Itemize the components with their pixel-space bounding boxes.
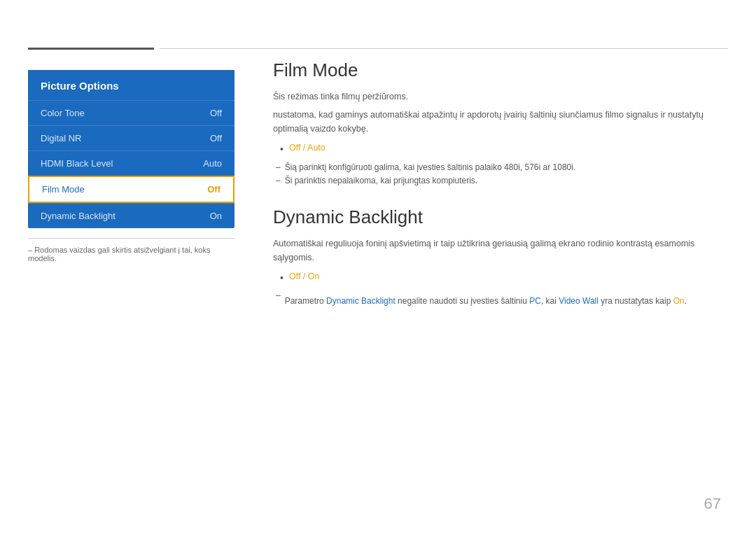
film-mode-bullet: • Off / Auto: [280, 143, 721, 157]
film-mode-note2-text: Ši parinktis nepalaikoma, kai prijungtas…: [285, 176, 477, 185]
sidebar-item-label: HDMI Black Level: [41, 158, 113, 169]
sidebar-title: Picture Options: [28, 70, 234, 100]
sidebar-menu: Picture Options Color Tone Off Digital N…: [28, 70, 234, 228]
dynamic-backlight-bullet: • Off / On: [280, 272, 721, 286]
sidebar-item-color-tone[interactable]: Color Tone Off: [28, 100, 234, 125]
sidebar-item-value: Off: [210, 108, 222, 118]
sidebar-item-value: Off: [207, 184, 220, 195]
dynamic-backlight-desc: Automatiškai reguliuoja foninį apšvietim…: [273, 237, 721, 265]
sidebar-item-value: Off: [210, 133, 222, 143]
bullet-dot: •: [280, 143, 284, 157]
bullet-dot: •: [280, 272, 284, 286]
sidebar-item-label: Film Mode: [42, 184, 85, 195]
note-link-pc: PC: [529, 296, 541, 306]
top-line-dark: [28, 48, 154, 50]
note-comma: , kai: [541, 296, 559, 306]
note-prefix: Parametro: [285, 296, 326, 306]
sidebar-item-film-mode[interactable]: Film Mode Off: [28, 176, 234, 203]
sidebar-item-label: Color Tone: [41, 108, 85, 118]
main-content: Film Mode Šis režimas tinka filmų peržiū…: [273, 59, 721, 311]
film-mode-note2: – Ši parinktis nepalaikoma, kai prijungt…: [276, 176, 721, 185]
film-mode-desc2: nustatoma, kad gaminys automatiškai atpa…: [273, 108, 721, 136]
top-line-light: [160, 48, 728, 49]
page-number: 67: [704, 495, 721, 513]
film-mode-title: Film Mode: [273, 59, 721, 81]
note-suffix: yra nustatytas kaip: [598, 296, 673, 306]
dynamic-backlight-note: – Parametro Dynamic Backlight negalite n…: [276, 290, 721, 308]
note-dash: –: [276, 162, 281, 172]
film-mode-desc1: Šis režimas tinka filmų peržiūroms.: [273, 90, 721, 104]
note-dash: –: [276, 176, 281, 185]
dynamic-backlight-options: Off / On: [289, 272, 320, 281]
film-mode-section: Film Mode Šis režimas tinka filmų peržiū…: [273, 59, 721, 185]
note-middle: negalite naudoti su įvesties šaltiniu: [396, 296, 529, 306]
note-link-video-wall: Video Wall: [559, 296, 598, 306]
footnote: – Rodomas vaizdas gali skirtis atsižvelg…: [28, 238, 234, 262]
sidebar-item-label: Dynamic Backlight: [41, 211, 115, 221]
top-decorative-lines: [28, 48, 728, 50]
film-mode-note1-text: Šią parinktį konfigūruoti galima, kai įv…: [285, 162, 576, 172]
sidebar-item-hdmi-black-level[interactable]: HDMI Black Level Auto: [28, 150, 234, 176]
note-dash: –: [276, 290, 281, 300]
sidebar-item-value: Auto: [203, 158, 222, 169]
note-dot: .: [685, 296, 687, 306]
note-link-dynamic-backlight: Dynamic Backlight: [326, 296, 396, 306]
dynamic-backlight-section: Dynamic Backlight Automatiškai reguliuoj…: [273, 206, 721, 309]
dynamic-backlight-note-text: Parametro Dynamic Backlight negalite nau…: [285, 295, 687, 308]
film-mode-note1: – Šią parinktį konfigūruoti galima, kai …: [276, 162, 721, 172]
dynamic-backlight-title: Dynamic Backlight: [273, 206, 721, 228]
sidebar-item-label: Digital NR: [41, 133, 82, 143]
film-mode-options: Off / Auto: [289, 143, 326, 153]
sidebar-item-dynamic-backlight[interactable]: Dynamic Backlight On: [28, 203, 234, 228]
sidebar-item-digital-nr[interactable]: Digital NR Off: [28, 125, 234, 150]
note-link-on: On: [673, 296, 685, 306]
sidebar-item-value: On: [210, 211, 222, 221]
